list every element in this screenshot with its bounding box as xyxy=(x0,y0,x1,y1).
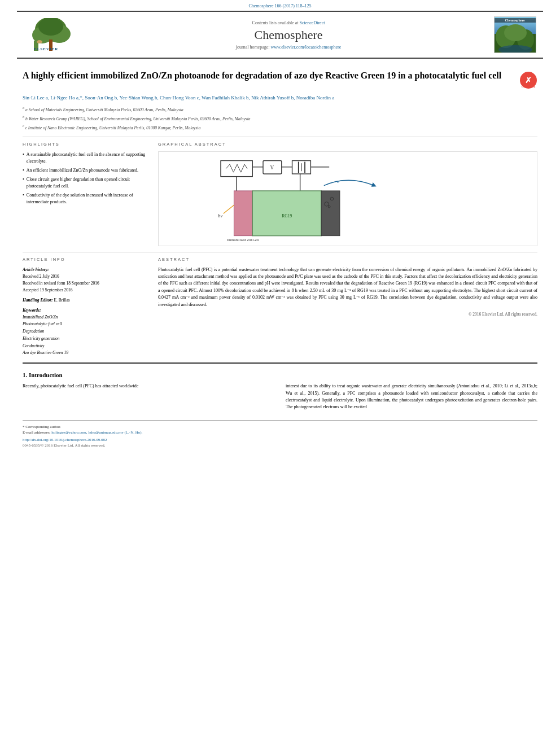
footnotes: * Corresponding author. E-mail addresses… xyxy=(23,420,537,448)
keyword-item: Azo dye Reactive Green 19 xyxy=(23,350,147,357)
abstract-text: Photocatalytic fuel cell (PFC) is a pote… xyxy=(158,267,537,308)
email-note: E-mail addresses: holingee@yahoo.com, ln… xyxy=(23,430,537,436)
keywords-label: Keywords: xyxy=(23,307,147,314)
journal-ref-text: Chemosphere 166 (2017) 118–125 xyxy=(248,3,311,8)
highlights-ga-section: HIGHLIGHTS • A sustainable photocatalyti… xyxy=(23,142,537,246)
homepage-link[interactable]: www.elsevier.com/locate/chemosphere xyxy=(271,45,342,50)
article-title-section: A highly efficient immobilized ZnO/Zn ph… xyxy=(23,70,537,89)
journal-reference: Chemosphere 166 (2017) 118–125 xyxy=(0,0,560,11)
bullet-icon: • xyxy=(23,151,24,165)
elsevier-tree-icon: ELSEVIER xyxy=(31,18,76,52)
header-left: ELSEVIER xyxy=(17,18,90,52)
article-history: Article history: Received 2 July 2016 Re… xyxy=(23,267,147,294)
ga-header: GRAPHICAL ABSTRACT xyxy=(158,142,537,147)
main-content: A highly efficient immobilized ZnO/Zn ph… xyxy=(0,59,560,459)
introduction-section: 1. Introduction Recently, photocatalytic… xyxy=(23,372,537,411)
affiliation-a: a a School of Materials Engineering, Uni… xyxy=(23,105,537,113)
svg-line-18 xyxy=(226,164,230,169)
header-right: Chemosphere xyxy=(487,16,543,53)
article-info-content: Article history: Received 2 July 2016 Re… xyxy=(23,267,147,357)
sciencedirect-line: Contents lists available at ScienceDirec… xyxy=(90,20,487,25)
history-label: Article history: xyxy=(23,267,147,273)
page: Chemosphere 166 (2017) 118–125 ELSEVIER xyxy=(0,0,560,747)
info-abstract-section: ARTICLE INFO Article history: Received 2… xyxy=(23,257,537,357)
svg-line-20 xyxy=(234,164,238,172)
divider-1 xyxy=(23,137,537,137)
svg-line-22 xyxy=(241,164,245,172)
intro-heading: 1. Introduction xyxy=(23,372,537,378)
intro-col-right: interest due to its ability to treat org… xyxy=(286,383,537,411)
highlights-column: HIGHLIGHTS • A sustainable photocatalyti… xyxy=(23,142,147,246)
bullet-icon: • xyxy=(23,176,24,190)
sciencedirect-link[interactable]: ScienceDirect xyxy=(300,20,325,25)
svg-text:✗: ✗ xyxy=(525,76,532,85)
keywords-list: Immobilized ZnO/Zn Photocatalytic fuel c… xyxy=(23,314,147,357)
article-info-header: ARTICLE INFO xyxy=(23,257,147,262)
keyword-item: Electricity generation xyxy=(23,335,147,343)
elsevier-logo: ELSEVIER xyxy=(31,18,76,52)
corresponding-author-note: * Corresponding author. xyxy=(23,424,537,430)
affiliations: a a School of Materials Engineering, Uni… xyxy=(23,105,537,130)
list-item: • An efficient immobilized ZnO/Zn photoa… xyxy=(23,167,147,174)
journal-title: Chemosphere xyxy=(90,28,487,42)
rights-line: 0045-6535/© 2016 Elsevier Ltd. All right… xyxy=(23,443,537,448)
affiliation-b: b b Water Research Group (WAREG), School… xyxy=(23,114,537,122)
intro-col-left: Recently, photocatalytic fuel cell (PFC)… xyxy=(23,383,274,411)
journal-homepage: journal homepage: www.elsevier.com/locat… xyxy=(90,45,487,50)
handling-editor: Handling Editor: E. Brillas xyxy=(23,297,147,304)
authors: Sin-Li Lee a, Li-Ngee Ho a,*, Soon-An On… xyxy=(23,94,537,102)
svg-rect-17 xyxy=(221,160,252,176)
graphical-abstract-image: V xyxy=(158,151,537,246)
divider-2 xyxy=(23,252,537,252)
affiliation-c: c c Institute of Nano Electronic Enginee… xyxy=(23,123,537,131)
graphical-abstract-column: GRAPHICAL ABSTRACT xyxy=(158,142,537,246)
svg-text:CrossMark: CrossMark xyxy=(522,85,536,88)
svg-text:V: V xyxy=(270,164,274,170)
keyword-item: Photocatalytic fuel cell xyxy=(23,321,147,328)
keyword-item: Conductivity xyxy=(23,343,147,350)
svg-line-23 xyxy=(244,164,247,169)
keyword-item: Degradation xyxy=(23,328,147,335)
received-date: Received 2 July 2016 xyxy=(23,273,147,280)
author-list: Sin-Li Lee a, Li-Ngee Ho a,*, Soon-An On… xyxy=(23,95,334,101)
abstract-column: ABSTRACT Photocatalytic fuel cell (PFC) … xyxy=(158,257,537,357)
journal-cover-image: Chemosphere xyxy=(494,16,536,53)
svg-line-19 xyxy=(230,164,234,172)
bullet-icon: • xyxy=(23,167,24,174)
accepted-date: Accepted 19 September 2016 xyxy=(23,287,147,294)
journal-header: ELSEVIER Contents lists available at Sci… xyxy=(17,11,543,59)
intro-text-left: Recently, photocatalytic fuel cell (PFC)… xyxy=(23,383,274,390)
divider-3 xyxy=(23,362,537,364)
doi-line[interactable]: http://dx.doi.org/10.1016/j.chemosphere.… xyxy=(23,438,537,442)
intro-text-right: interest due to its ability to treat org… xyxy=(286,383,537,411)
svg-point-6 xyxy=(37,40,42,43)
svg-text:ELSEVIER: ELSEVIER xyxy=(34,47,58,51)
article-info-column: ARTICLE INFO Article history: Received 2… xyxy=(23,257,147,357)
article-title: A highly efficient immobilized ZnO/Zn ph… xyxy=(23,70,514,82)
bullet-icon: • xyxy=(23,192,24,206)
highlights-header: HIGHLIGHTS xyxy=(23,142,147,147)
abstract-header: ABSTRACT xyxy=(158,257,537,262)
handling-editor-name: E. Brillas xyxy=(54,298,69,303)
svg-text:RG19: RG19 xyxy=(282,213,292,218)
received-revised-date: Received in revised form 18 September 20… xyxy=(23,280,147,287)
ga-diagram-icon: V xyxy=(163,156,532,241)
copyright-line: © 2016 Elsevier Ltd. All rights reserved… xyxy=(158,312,537,317)
cover-journal-label: Chemosphere xyxy=(495,18,536,23)
crossmark-logo[interactable]: ✗ CrossMark xyxy=(519,71,537,89)
svg-text:Immobilized ZnO-Zn: Immobilized ZnO-Zn xyxy=(227,238,259,241)
list-item: • A sustainable photocatalytic fuel cell… xyxy=(23,151,147,165)
keyword-item: Immobilized ZnO/Zn xyxy=(23,314,147,321)
list-item: • Conductivity of the dye solution incre… xyxy=(23,192,147,206)
keywords-section: Keywords: Immobilized ZnO/Zn Photocataly… xyxy=(23,307,147,357)
list-item: • Close circuit gave higher degradation … xyxy=(23,176,147,190)
intro-two-col: Recently, photocatalytic fuel cell (PFC)… xyxy=(23,383,537,411)
handling-editor-label: Handling Editor: xyxy=(23,298,53,303)
svg-line-21 xyxy=(237,164,241,172)
svg-rect-37 xyxy=(234,191,252,236)
highlights-list: • A sustainable photocatalytic fuel cell… xyxy=(23,151,147,206)
svg-text:hν: hν xyxy=(218,212,222,218)
svg-point-4 xyxy=(38,18,63,36)
svg-point-12 xyxy=(504,24,527,41)
header-center: Contents lists available at ScienceDirec… xyxy=(90,20,487,50)
